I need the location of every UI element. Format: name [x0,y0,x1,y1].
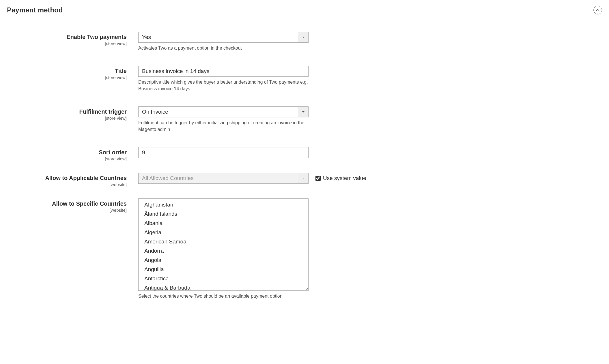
country-option[interactable]: Afghanistan [139,199,308,209]
specific-countries-help: Select the countries where Two should be… [138,293,309,299]
sort-order-input[interactable] [138,147,309,158]
country-option[interactable]: Anguilla [139,265,308,274]
fulfilment-trigger-label: Fulfilment trigger [7,108,127,115]
scope-label: [store view] [7,156,127,161]
title-help: Descriptive title which gives the buyer … [138,79,309,92]
use-system-value-checkbox-wrap[interactable]: Use system value [315,175,366,181]
country-option[interactable]: Antarctica [139,274,308,283]
sort-order-label: Sort order [7,149,127,156]
dropdown-arrow [298,107,308,117]
country-option[interactable]: Antigua & Barbuda [139,283,308,291]
chevron-down-icon [302,36,305,39]
dropdown-arrow [298,173,308,183]
country-option[interactable]: Algeria [139,228,308,237]
specific-countries-label: Allow to Specific Countries [7,200,127,207]
scope-label: [store view] [7,75,127,80]
fulfilment-trigger-select[interactable]: On Invoice [138,106,309,117]
scope-label: [website] [7,208,127,213]
section-title: Payment method [7,6,63,14]
chevron-down-icon [302,177,305,180]
country-option[interactable]: Albania [139,219,308,228]
fulfilment-trigger-value: On Invoice [139,109,298,115]
title-label: Title [7,67,127,74]
use-system-value-checkbox[interactable] [315,176,321,181]
enable-two-payments-value: Yes [139,34,298,40]
fulfilment-trigger-help: Fulfilment can be trigger by either init… [138,120,309,133]
country-option[interactable]: Angola [139,256,308,265]
use-system-value-label: Use system value [323,175,366,181]
scope-label: [store view] [7,41,127,46]
scope-label: [website] [7,182,127,187]
applicable-countries-label: Allow to Applicable Countries [7,175,127,181]
enable-two-payments-label: Enable Two payments [7,33,127,40]
chevron-up-icon [596,8,599,12]
title-input[interactable] [138,66,309,77]
specific-countries-multiselect[interactable]: AfghanistanÅland IslandsAlbaniaAlgeriaAm… [138,198,309,291]
collapse-section-button[interactable] [593,6,602,14]
country-option[interactable]: American Samoa [139,237,308,246]
enable-two-payments-help: Activates Two as a payment option in the… [138,45,309,51]
applicable-countries-select: All Allowed Countries [138,173,309,184]
scope-label: [store view] [7,116,127,121]
chevron-down-icon [302,110,305,113]
country-option[interactable]: Andorra [139,246,308,256]
dropdown-arrow [298,32,308,42]
country-option[interactable]: Åland Islands [139,209,308,219]
enable-two-payments-select[interactable]: Yes [138,32,309,43]
applicable-countries-value: All Allowed Countries [139,175,298,181]
